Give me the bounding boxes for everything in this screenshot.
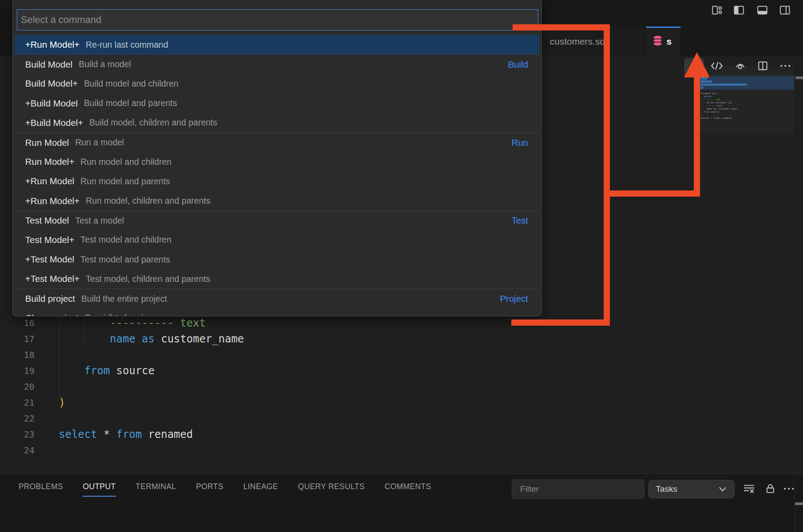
command-item-description: Test a model — [75, 216, 124, 226]
command-item-label: +Run Model+ — [25, 196, 80, 206]
command-item[interactable]: Build ModelBuild a modelBuild — [15, 54, 540, 74]
command-item-label: Test Model — [25, 215, 69, 226]
command-item-label: +Build Model — [25, 98, 78, 109]
command-item-description: Run `dbt clean` — [85, 313, 144, 316]
command-item-description: Build a model — [79, 59, 131, 69]
command-item[interactable]: +Run Model+Re-run last command — [15, 35, 540, 54]
line-number: 16 — [0, 315, 34, 331]
command-item[interactable]: Build Model+Build model and children — [15, 74, 540, 93]
command-item-description: Run model and children — [80, 157, 171, 167]
code-line[interactable]: 18 — [0, 347, 698, 363]
panel-tabs: PROBLEMSOUTPUTTERMINALPORTSLINEAGEQUERY … — [19, 482, 431, 497]
toggle-secondary-sidebar-icon[interactable] — [779, 4, 791, 16]
command-item-description: Test model and parents — [80, 255, 170, 265]
dbt-database-icon — [652, 35, 663, 48]
command-group-badge: Run — [511, 137, 528, 148]
code-line[interactable]: 17 name as customer_name — [0, 331, 698, 347]
command-group-badge: Test — [511, 215, 528, 226]
overview-ruler-marker — [795, 76, 803, 79]
lock-icon[interactable] — [763, 481, 778, 496]
tab-active-query[interactable]: s — [646, 27, 681, 56]
command-item-label: +Test Model+ — [25, 274, 80, 284]
line-number: 18 — [0, 347, 34, 363]
command-item-description: Build model, children and parents — [89, 118, 217, 128]
line-number: 24 — [0, 442, 34, 458]
more-panel-actions-icon[interactable] — [781, 481, 796, 496]
command-item[interactable]: Clean projectRun `dbt clean` — [15, 308, 540, 316]
tasks-dropdown-label: Tasks — [656, 484, 677, 494]
command-item-description: Test model and children — [80, 235, 171, 245]
panel-tab-lineage[interactable]: LINEAGE — [243, 482, 278, 497]
command-item[interactable]: Run Model+Run model and children — [15, 152, 540, 171]
command-list: +Run Model+Re-run last commandBuild Mode… — [15, 35, 540, 316]
tab-title: customers.sql — [550, 36, 607, 46]
line-number: 22 — [0, 410, 34, 426]
toggle-primary-sidebar-icon[interactable] — [733, 4, 745, 16]
line-number: 21 — [0, 395, 34, 410]
code-line[interactable]: 20 — [0, 379, 698, 395]
command-item-label: Test Model+ — [25, 235, 74, 245]
minimap[interactable]: renamed as ( select ------ id id as cust… — [699, 66, 794, 133]
minimap-code-line: from source — [700, 110, 719, 114]
command-item-description: Build model and children — [84, 79, 179, 89]
minimap-selected-line — [700, 84, 747, 86]
minimap-code-line: ------ id — [700, 98, 719, 101]
minimap-selected-line — [700, 80, 712, 83]
code-text: name as customer_name — [59, 331, 244, 347]
panel-tab-ports[interactable]: PORTS — [196, 482, 223, 497]
command-item[interactable]: Test Model+Test model and children — [15, 230, 540, 250]
command-item[interactable]: +Run ModelRun model and parents — [15, 171, 540, 191]
tab-customers-sql[interactable]: customers.sql — [543, 27, 646, 56]
command-item[interactable]: +Test Model+Test model, children and par… — [15, 269, 540, 289]
command-group-badge: Project — [500, 293, 528, 304]
customize-layout-icon[interactable] — [711, 4, 723, 16]
line-number: 20 — [0, 379, 34, 395]
panel-scrollbar[interactable] — [795, 502, 803, 505]
command-item[interactable]: +Build ModelBuild model and parents — [15, 94, 540, 113]
panel-tab-query-results[interactable]: QUERY RESULTS — [298, 482, 365, 497]
panel-tab-output[interactable]: OUTPUT — [83, 482, 115, 497]
command-item[interactable]: Run ModelRun a modelRun — [15, 133, 540, 152]
wrench-icon — [688, 62, 700, 74]
clear-output-icon[interactable] — [742, 481, 757, 496]
code-line[interactable]: 16 ---------- text — [0, 315, 698, 331]
command-item-label: Build project — [25, 293, 75, 304]
command-item-description: Build the entire project — [81, 294, 167, 304]
code-text: select * from renamed — [59, 426, 193, 442]
code-line[interactable]: 19 from source — [0, 363, 698, 379]
minimap-code-line: select — [700, 95, 712, 98]
minimap-code-line: id as customer_id, — [700, 101, 733, 104]
command-item[interactable]: +Build Model+Build model, children and p… — [15, 113, 540, 133]
command-item-description: Run model and parents — [80, 176, 170, 186]
chevron-down-icon — [718, 486, 727, 492]
command-item-label: +Run Model+ — [25, 39, 80, 50]
command-item-label: Build Model — [25, 59, 72, 70]
command-item-description: Run a model — [75, 137, 124, 148]
command-item[interactable]: +Run Model+Run model, children and paren… — [15, 191, 540, 211]
command-item-description: Build model and parents — [84, 98, 177, 108]
vscode-window: customers.sql s — [0, 0, 803, 532]
command-item-label: +Run Model — [25, 176, 74, 186]
code-line[interactable]: 21) — [0, 395, 698, 410]
command-item-label: +Test Model — [25, 254, 74, 265]
command-item-label: Build Model+ — [25, 78, 78, 89]
command-item-label: Run Model — [25, 137, 69, 148]
code-line[interactable]: 22 — [0, 410, 698, 426]
toggle-panel-icon[interactable] — [756, 4, 769, 16]
minimap-code-line: ) — [700, 114, 702, 117]
filter-input[interactable] — [512, 479, 644, 499]
panel-tab-terminal[interactable]: TERMINAL — [136, 482, 176, 497]
command-item[interactable]: Build projectBuild the entire projectPro… — [15, 289, 540, 308]
minimap-selection — [699, 76, 794, 90]
tab-title-truncated: s — [666, 36, 672, 47]
command-item-description: Re-run last command — [86, 40, 168, 50]
command-item[interactable]: +Test ModelTest model and parents — [15, 250, 540, 269]
panel-tab-comments[interactable]: COMMENTS — [384, 482, 431, 497]
command-input[interactable] — [17, 9, 538, 30]
tasks-dropdown[interactable]: Tasks — [648, 480, 734, 498]
code-line[interactable]: 23select * from renamed — [0, 426, 698, 442]
command-item[interactable]: Test ModelTest a modelTest — [15, 211, 540, 230]
code-line[interactable]: 24 — [0, 442, 698, 458]
panel-tab-problems[interactable]: PROBLEMS — [19, 482, 63, 497]
command-item-description: Test model, children and parents — [86, 274, 210, 284]
